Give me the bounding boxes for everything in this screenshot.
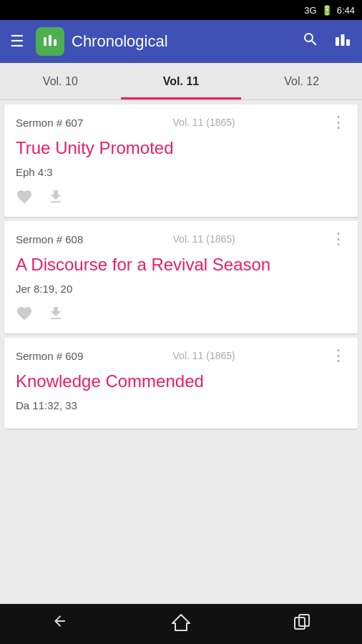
download-icon-607[interactable] <box>47 188 64 210</box>
more-options-607[interactable]: ⋮ <box>331 114 346 130</box>
sermon-number-607: Sermon # 607 <box>16 117 83 129</box>
home-button[interactable] <box>157 606 205 642</box>
tab-vol-11[interactable]: Vol. 11 <box>121 63 242 99</box>
svg-rect-4 <box>336 37 339 46</box>
sermon-reference-607: Eph 4:3 <box>16 166 346 178</box>
sermon-title-609[interactable]: Knowledge Commended <box>16 371 346 392</box>
sermon-header-608: Sermon # 608 Vol. 11 (1865) ⋮ <box>16 231 346 247</box>
sermon-volume-609: Vol. 11 (1865) <box>173 350 235 361</box>
sermon-header-609: Sermon # 609 Vol. 11 (1865) ⋮ <box>16 348 346 364</box>
svg-rect-5 <box>341 34 345 46</box>
sermon-header-607: Sermon # 607 Vol. 11 (1865) ⋮ <box>16 114 346 130</box>
download-icon-608[interactable] <box>47 305 64 326</box>
svg-rect-6 <box>346 39 350 46</box>
app-bar-actions <box>298 26 356 57</box>
sermon-volume-607: Vol. 11 (1865) <box>173 117 235 128</box>
sermon-list: Sermon # 607 Vol. 11 (1865) ⋮ True Unity… <box>0 100 362 604</box>
sermon-card-609: Sermon # 609 Vol. 11 (1865) ⋮ Knowledge … <box>4 338 358 429</box>
svg-marker-7 <box>172 615 190 630</box>
sermon-reference-609: Da 11:32, 33 <box>16 399 346 411</box>
sermon-number-609: Sermon # 609 <box>16 350 83 362</box>
favorite-icon-608[interactable] <box>16 305 33 326</box>
svg-rect-3 <box>54 39 57 46</box>
tab-vol-12[interactable]: Vol. 12 <box>241 63 362 99</box>
battery-icon: 🔋 <box>321 5 333 16</box>
favorite-icon-607[interactable] <box>16 188 33 210</box>
app-bar: ☰ Chronological <box>0 20 362 63</box>
bottom-nav <box>0 604 362 644</box>
sermon-card-607: Sermon # 607 Vol. 11 (1865) ⋮ True Unity… <box>4 104 358 217</box>
search-icon <box>302 31 319 48</box>
sermon-number-608: Sermon # 608 <box>16 233 83 245</box>
volume-tabs: Vol. 10 Vol. 11 Vol. 12 <box>0 63 362 100</box>
sermon-card-608: Sermon # 608 Vol. 11 (1865) ⋮ A Discours… <box>4 221 358 333</box>
app-logo <box>36 27 64 56</box>
more-options-609[interactable]: ⋮ <box>331 348 346 364</box>
sermon-title-608[interactable]: A Discourse for a Revival Season <box>16 254 346 275</box>
app-title: Chronological <box>72 32 290 51</box>
sermon-actions-607 <box>16 188 346 210</box>
chart-button[interactable] <box>329 26 356 57</box>
sermon-volume-608: Vol. 11 (1865) <box>173 233 235 245</box>
svg-rect-2 <box>49 35 52 46</box>
more-options-608[interactable]: ⋮ <box>331 231 346 247</box>
network-indicator: 3G <box>304 5 316 16</box>
search-button[interactable] <box>298 26 323 57</box>
status-bar: 3G 🔋 6:44 <box>0 0 362 20</box>
menu-icon[interactable]: ☰ <box>6 28 29 55</box>
logo-svg <box>40 31 60 52</box>
sermon-actions-608 <box>16 305 346 326</box>
svg-rect-1 <box>44 37 47 46</box>
back-button[interactable] <box>36 606 84 642</box>
sermon-title-607[interactable]: True Unity Promoted <box>16 137 346 159</box>
chart-icon <box>333 30 352 49</box>
tab-vol-10[interactable]: Vol. 10 <box>0 63 121 99</box>
time-display: 6:44 <box>337 5 355 16</box>
recent-apps-button[interactable] <box>278 606 326 642</box>
sermon-reference-608: Jer 8:19, 20 <box>16 283 346 295</box>
